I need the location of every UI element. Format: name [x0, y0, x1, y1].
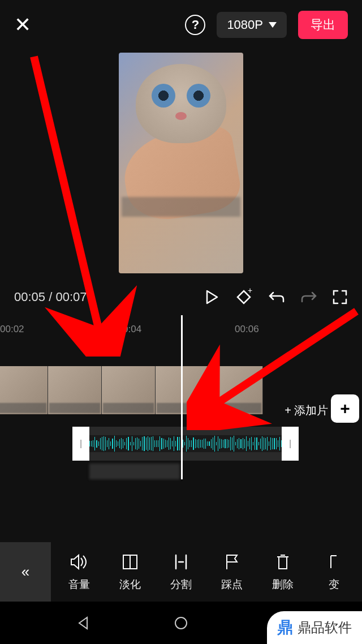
trash-icon: [275, 552, 290, 572]
time-display: 00:05 / 00:07: [14, 290, 189, 304]
nav-home-icon[interactable]: [174, 616, 188, 630]
tool-delete[interactable]: 删除: [257, 552, 308, 592]
more-icon: [329, 552, 339, 572]
playhead[interactable]: [181, 315, 183, 479]
timeline[interactable]: 00:02 00:04 00:06 + 添加片 + | |: [0, 315, 362, 508]
watermark-icon: 鼎: [277, 617, 293, 638]
tool-split[interactable]: 分割: [156, 552, 206, 592]
export-button[interactable]: 导出: [298, 11, 348, 39]
resolution-dropdown[interactable]: 1080P: [217, 12, 287, 38]
undo-button[interactable]: [268, 289, 286, 305]
waveform[interactable]: [89, 435, 282, 452]
volume-icon: [70, 552, 89, 572]
audio-trim-left[interactable]: |: [72, 427, 89, 461]
audio-trim-right[interactable]: |: [282, 427, 299, 461]
play-button[interactable]: [203, 289, 220, 306]
close-button[interactable]: ✕: [14, 13, 31, 37]
add-clip-label: + 添加片: [285, 403, 328, 418]
audio-track[interactable]: | |: [72, 427, 299, 461]
tool-fade[interactable]: 淡化: [105, 552, 156, 592]
help-button[interactable]: ?: [185, 15, 205, 35]
keyframe-button[interactable]: +: [234, 287, 253, 307]
svg-point-5: [175, 617, 187, 629]
resolution-value: 1080P: [227, 18, 263, 32]
tool-beat[interactable]: 踩点: [206, 552, 257, 592]
svg-text:+: +: [248, 287, 252, 295]
redo-button[interactable]: [300, 289, 318, 305]
video-preview[interactable]: [0, 50, 362, 279]
back-button[interactable]: «: [0, 542, 51, 602]
tool-more[interactable]: 变: [308, 552, 359, 592]
chevron-down-icon: [269, 22, 277, 28]
nav-back-icon[interactable]: [76, 616, 90, 630]
tool-volume[interactable]: 音量: [54, 552, 105, 592]
flag-icon: [225, 552, 239, 572]
add-clip-button[interactable]: +: [331, 394, 359, 423]
fullscreen-button[interactable]: [332, 289, 348, 305]
watermark: 鼎 鼎品软件: [267, 611, 362, 644]
fade-icon: [122, 552, 139, 572]
split-icon: [173, 552, 189, 572]
